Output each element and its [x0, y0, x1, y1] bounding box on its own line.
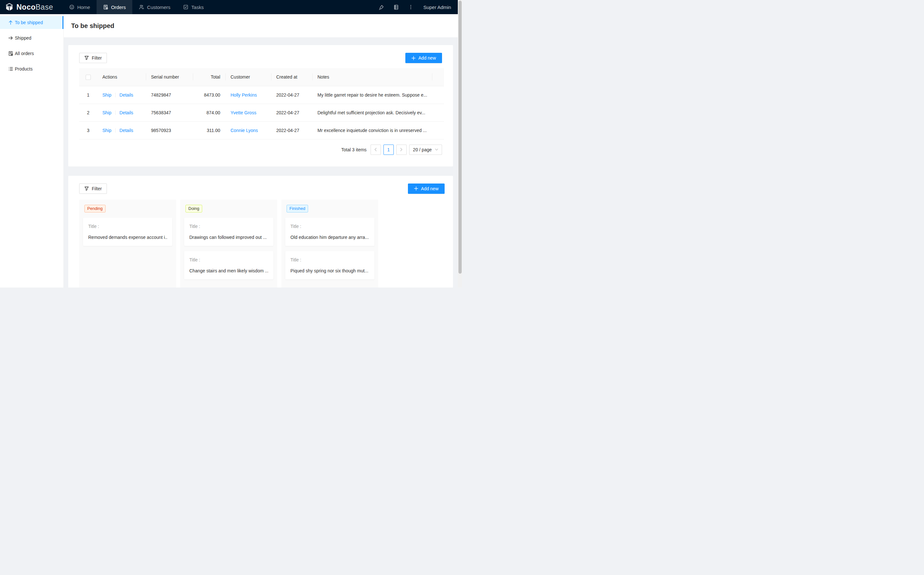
add-new-button[interactable]: Add new [405, 53, 442, 63]
customer-cell: Yvette Gross [225, 104, 271, 121]
kanban-column-finished: Finished Title : Old education him depar… [281, 200, 378, 288]
column-header-total: Total [193, 68, 225, 86]
main-content: Filter Add new Actions [64, 37, 462, 288]
nav-tab-home[interactable]: Home [63, 0, 97, 14]
row-actions: ShipDetails [97, 104, 146, 121]
nav-tab-label: Home [77, 5, 90, 10]
kanban-card[interactable]: Title : Removed demands expense account … [83, 218, 172, 246]
nav-tab-orders[interactable]: Orders [97, 0, 132, 14]
kanban-board: Pending Title : Removed demands expense … [79, 200, 453, 288]
select-all-checkbox[interactable] [86, 75, 91, 80]
sidebar-item-shipped[interactable]: Shipped [0, 32, 64, 44]
card-field-label: Title : [189, 256, 268, 264]
column-header-actions: Actions [97, 68, 146, 86]
top-navbar: NocoBase Home [0, 0, 462, 14]
scrollbar-thumb[interactable] [459, 1, 462, 274]
next-page-button[interactable] [396, 145, 406, 155]
notes-cell: Delightful met sufficient projection ask… [312, 104, 432, 121]
notes-cell: Mr excellence inquietude conviction is i… [312, 121, 432, 139]
kanban-card[interactable]: Title : Piqued shy spring nor six though… [285, 251, 375, 280]
app-logo[interactable]: NocoBase [0, 0, 59, 14]
total-cell: 8473.00 [193, 86, 225, 104]
table-toolbar: Filter Add new [79, 53, 442, 63]
customer-link[interactable]: Yvette Gross [230, 110, 256, 115]
ship-link[interactable]: Ship [102, 110, 111, 115]
highlighter-icon[interactable] [374, 5, 389, 10]
created-at-cell: 2022-04-27 [271, 104, 312, 121]
nav-tab-customers[interactable]: Customers [132, 0, 177, 14]
serial-cell: 74829847 [146, 86, 193, 104]
sidebar-item-label: All orders [15, 51, 34, 56]
pagination: Total 3 items 1 20 / page [79, 145, 442, 155]
card-title: Drawings can followed improved out ... [189, 234, 268, 241]
filter-icon [84, 186, 89, 191]
status-tag-finished: Finished [287, 205, 308, 213]
customer-link[interactable]: Holly Perkins [230, 92, 257, 98]
nav-tab-label: Tasks [191, 5, 203, 10]
user-menu[interactable]: Super Admin [423, 5, 451, 10]
row-index: 2 [79, 104, 97, 121]
kanban-column-doing: Doing Title : Drawings can followed impr… [180, 200, 277, 288]
audit-icon [8, 51, 13, 56]
filter-button[interactable]: Filter [79, 184, 107, 194]
database-icon[interactable] [389, 5, 403, 10]
sidebar-item-to-be-shipped[interactable]: To be shipped [0, 16, 64, 29]
add-new-button[interactable]: Add new [408, 184, 445, 194]
nav-tab-tasks[interactable]: Tasks [177, 0, 210, 14]
ellipsis-icon[interactable] [403, 5, 418, 10]
nav-tab-label: Customers [147, 5, 171, 10]
sidebar: To be shipped Shipped All orders [0, 14, 64, 288]
sidebar-item-all-orders[interactable]: All orders [0, 47, 64, 60]
smiley-icon [69, 5, 75, 10]
table-row: 2 ShipDetails 75638347 874.00 Yvette Gro… [79, 104, 444, 121]
page-scrollbar [458, 0, 462, 288]
list-icon [8, 66, 13, 71]
page-number-1[interactable]: 1 [383, 145, 394, 155]
kanban-card[interactable]: Title : Drawings can followed improved o… [184, 218, 273, 246]
table-row: 3 ShipDetails 98570923 311.00 Connie Lyo… [79, 121, 444, 139]
column-header-customer: Customer [225, 68, 271, 86]
plus-icon [411, 56, 416, 60]
orders-table: Actions Serial number Total Customer Cre… [79, 68, 444, 140]
card-field-label: Title : [189, 223, 268, 230]
page-header: To be shipped [64, 14, 462, 37]
check-square-icon [183, 5, 188, 10]
sidebar-item-products[interactable]: Products [0, 62, 64, 75]
serial-cell: 98570923 [146, 121, 193, 139]
tasks-kanban-block: Filter Add new Pending Title : Removed d… [68, 176, 453, 288]
sidebar-item-label: Products [15, 66, 33, 71]
row-index: 3 [79, 121, 97, 139]
details-link[interactable]: Details [119, 110, 133, 115]
card-title: Piqued shy spring nor six though mut... [291, 267, 369, 274]
customer-link[interactable]: Connie Lyons [230, 128, 258, 133]
row-index: 1 [79, 86, 97, 104]
status-tag-doing: Doing [186, 205, 202, 213]
orders-table-block: Filter Add new Actions [68, 45, 453, 167]
card-title: Change stairs and men likely wisdom ... [189, 267, 268, 274]
card-field-label: Title : [291, 256, 369, 264]
navbar-right: Super Admin [374, 0, 462, 14]
action-divider [115, 128, 116, 133]
ship-link[interactable]: Ship [102, 128, 111, 133]
details-link[interactable]: Details [119, 128, 133, 133]
kanban-column-pending: Pending Title : Removed demands expense … [79, 200, 176, 288]
filter-button[interactable]: Filter [79, 53, 107, 63]
kanban-card[interactable]: Title : Change stairs and men likely wis… [184, 251, 273, 280]
prev-page-button[interactable] [371, 145, 381, 155]
details-link[interactable]: Details [119, 92, 133, 98]
kanban-toolbar: Filter Add new [79, 184, 453, 194]
nocobase-logo-icon [5, 3, 14, 11]
page-size-select[interactable]: 20 / page [409, 145, 442, 155]
row-actions: ShipDetails [97, 86, 146, 104]
app-logo-text: NocoBase [16, 3, 53, 11]
ship-link[interactable]: Ship [102, 92, 111, 98]
action-divider [115, 93, 116, 97]
arrow-right-icon [8, 35, 13, 41]
row-actions: ShipDetails [97, 121, 146, 139]
customer-cell: Connie Lyons [225, 121, 271, 139]
column-header-serial: Serial number [146, 68, 193, 86]
sidebar-item-label: To be shipped [15, 20, 43, 25]
filter-icon [84, 56, 89, 60]
chevron-down-icon [435, 148, 438, 151]
kanban-card[interactable]: Title : Old education him departure any … [285, 218, 375, 246]
